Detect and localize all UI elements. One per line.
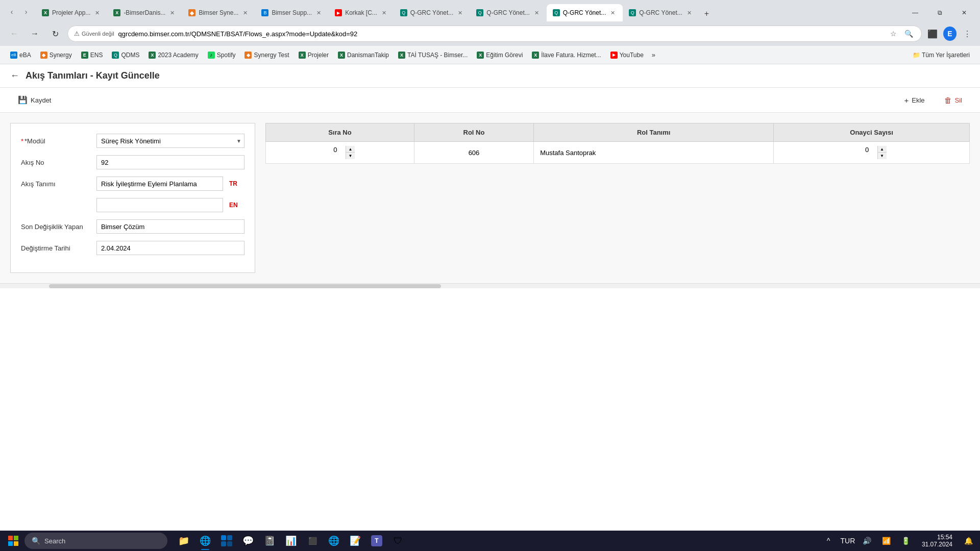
taskbar-word[interactable]: 📝 — [345, 531, 365, 551]
browser-menu-btn[interactable]: ⋮ — [961, 27, 974, 40]
onayi-sayisi-spinner[interactable]: ▲ ▼ — [857, 146, 887, 159]
tab-close-3[interactable]: ✕ — [241, 9, 249, 17]
forward-nav-btn[interactable]: → — [27, 26, 43, 42]
tab-close-8[interactable]: ✕ — [609, 9, 617, 17]
svg-rect-5 — [227, 535, 232, 540]
taskbar-excel[interactable]: 📊 — [281, 531, 301, 551]
bookmark-eba[interactable]: eB eBA — [6, 50, 35, 60]
reload-btn[interactable]: ↻ — [47, 26, 63, 42]
tray-volume[interactable]: 🔊 — [860, 533, 875, 548]
browser-tab-1[interactable]: X Projeler App... ✕ — [36, 4, 107, 21]
clock-date: 31.07.2024 — [922, 541, 952, 548]
bookmark-favicon-qdms: Q — [112, 52, 119, 59]
browser-tab-5[interactable]: ▶ Korkak [C... ✕ — [329, 4, 394, 21]
close-btn[interactable]: ✕ — [952, 4, 976, 21]
bookmark-tai[interactable]: X TAİ TUSAŞ - Bimser... — [394, 50, 472, 60]
zoom-btn[interactable]: 🔍 — [902, 27, 915, 40]
browser-tab-9[interactable]: Q Q-GRC Yönet... ✕ — [623, 4, 699, 21]
tab-close-5[interactable]: ✕ — [380, 9, 388, 17]
address-input-wrap[interactable]: ⚠ Güvenli değil qgrcdemo.bimser.com.tr/Q… — [67, 26, 922, 42]
bookmark-label-egitim: Eğitim Görevi — [486, 52, 523, 59]
tray-notification[interactable]: 🔔 — [961, 533, 976, 548]
page-back-btn[interactable]: ← — [10, 70, 19, 81]
extensions-btn[interactable]: ⬛ — [926, 27, 939, 40]
bookmark-favicon-synergy-test: ◆ — [244, 52, 252, 59]
taskbar-chrome[interactable]: 🌐 — [195, 531, 215, 551]
akis-tanimi-tr-input[interactable] — [96, 177, 223, 191]
taskbar-search[interactable]: 🔍 Search — [24, 533, 167, 549]
add-button[interactable]: + Ekle — [896, 92, 932, 108]
bookmark-2023academy[interactable]: X 2023 Academy — [144, 50, 202, 60]
browser-tab-8[interactable]: Q Q-GRC Yönet... ✕ — [547, 4, 623, 21]
tab-favicon-8: Q — [553, 9, 560, 16]
tray-lang[interactable]: TUR — [840, 533, 855, 548]
onayi-sayisi-down-btn[interactable]: ▼ — [877, 153, 887, 159]
tab-close-9[interactable]: ✕ — [685, 9, 693, 17]
browser-tab-7[interactable]: Q Q-GRC Yönet... ✕ — [470, 4, 546, 21]
akis-tanimi-en-input[interactable] — [96, 198, 223, 212]
taskbar-shield[interactable]: 🛡 — [388, 531, 408, 551]
tab-close-1[interactable]: ✕ — [93, 9, 101, 17]
profile-btn[interactable]: E — [943, 27, 957, 40]
restore-btn[interactable]: ⧉ — [928, 4, 951, 21]
svg-rect-7 — [227, 541, 232, 546]
back-nav-btn[interactable]: ← — [6, 26, 22, 42]
browser-tab-2[interactable]: X -BimserDanis... ✕ — [107, 4, 182, 21]
clock-time: 15:54 — [922, 534, 952, 541]
delete-button[interactable]: 🗑 Sil — [937, 92, 970, 108]
new-tab-btn[interactable]: + — [699, 6, 714, 21]
taskbar-file-explorer[interactable]: 📁 — [174, 531, 194, 551]
sira-no-spinner[interactable]: ▲ ▼ — [325, 146, 355, 159]
degistirme-tarihi-input[interactable] — [96, 241, 244, 255]
tab-forward-btn[interactable]: › — [19, 5, 33, 18]
bookmark-star-btn[interactable]: ☆ — [887, 27, 900, 40]
tab-close-2[interactable]: ✕ — [168, 9, 176, 17]
minimize-btn[interactable]: — — [903, 4, 927, 21]
onayi-sayisi-input[interactable] — [857, 146, 877, 154]
taskbar-clock[interactable]: 15:54 31.07.2024 — [918, 532, 957, 550]
sira-no-input[interactable] — [325, 146, 346, 154]
taskbar-widget1[interactable] — [216, 531, 237, 551]
bookmark-youtube[interactable]: ▶ YouTube — [606, 50, 648, 60]
bookmark-projeler[interactable]: X Projeler — [295, 50, 333, 60]
start-button[interactable] — [4, 532, 22, 550]
tray-network[interactable]: 📶 — [879, 533, 894, 548]
sira-no-up-btn[interactable]: ▲ — [346, 146, 355, 153]
widget1-icon — [220, 535, 233, 547]
tray-chevron[interactable]: ^ — [821, 533, 836, 548]
taskbar-app2[interactable]: ⬛ — [302, 531, 323, 551]
sira-no-down-btn[interactable]: ▼ — [346, 153, 355, 159]
taskbar-teams2[interactable]: T — [366, 531, 387, 551]
bookmark-qdms[interactable]: Q QDMS — [108, 50, 143, 60]
bookmarks-more-btn[interactable]: » — [649, 49, 658, 60]
bookmark-danismantakip[interactable]: X DanismanTakip — [334, 50, 393, 60]
akis-no-input[interactable] — [96, 155, 244, 169]
taskbar-chrome2[interactable]: 🌐 — [324, 531, 344, 551]
taskbar-onenote[interactable]: 📓 — [259, 531, 280, 551]
save-button[interactable]: 💾 Kaydet — [10, 92, 59, 108]
tab-close-6[interactable]: ✕ — [456, 9, 464, 17]
bookmark-ilave[interactable]: X İlave Fatura. Hizmet... — [528, 50, 605, 60]
bookmarks-folder-btn[interactable]: 📁 Tüm Yer İşaretleri — [909, 50, 974, 60]
bookmark-egitim[interactable]: X Eğitim Görevi — [473, 50, 527, 60]
browser-tab-3[interactable]: ◆ Bimser Syne... ✕ — [182, 4, 255, 21]
th-onayi-sayisi: Onayci Sayısı — [774, 123, 970, 142]
tab-title-7: Q-GRC Yönet... — [486, 9, 529, 16]
tray-battery[interactable]: 🔋 — [898, 533, 914, 548]
bookmark-spotify[interactable]: ♪ Spotify — [204, 50, 240, 60]
bookmark-synergy-test[interactable]: ◆ Synergy Test — [240, 50, 293, 60]
browser-tab-4[interactable]: B Bimser Supp... ✕ — [255, 4, 329, 21]
tab-back-btn[interactable]: ‹ — [5, 5, 18, 18]
bookmark-ens[interactable]: E ENS — [77, 50, 107, 60]
taskbar-svg-icon — [221, 535, 232, 546]
bookmark-synergy[interactable]: ◆ Synergy — [36, 50, 76, 60]
browser-tab-6[interactable]: Q Q-GRC Yönet... ✕ — [394, 4, 470, 21]
son-degisiklik-input[interactable] — [96, 219, 244, 234]
tab-close-4[interactable]: ✕ — [315, 9, 323, 17]
scrollbar[interactable] — [0, 283, 980, 288]
tab-close-7[interactable]: ✕ — [533, 9, 541, 17]
onayi-sayisi-up-btn[interactable]: ▲ — [877, 146, 887, 153]
module-select[interactable]: Süreç Risk Yönetimi — [96, 134, 244, 148]
file-explorer-icon: 📁 — [178, 535, 190, 547]
taskbar-teams[interactable]: 💬 — [238, 531, 258, 551]
